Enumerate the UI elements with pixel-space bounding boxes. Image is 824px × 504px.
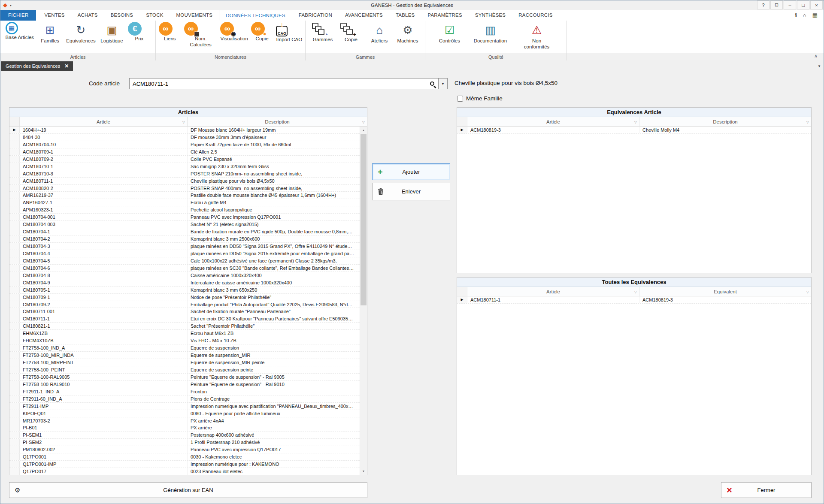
row-selector[interactable]	[9, 156, 20, 163]
table-row[interactable]: APM160323-1Pochette alcool Isopropylique	[9, 206, 360, 214]
row-selector[interactable]	[9, 453, 20, 460]
menu-tab-achats[interactable]: ACHATS	[71, 10, 104, 21]
row-selector[interactable]	[9, 417, 20, 424]
menu-tab-fabrication[interactable]: FABRICATION	[292, 10, 339, 21]
table-row[interactable]: Q17PO0010030 - Kakemono eletec	[9, 453, 360, 461]
row-selector[interactable]	[9, 352, 20, 359]
table-row[interactable]: CM180705-1Komaprint blanc 3 mm 650x250	[9, 287, 360, 294]
row-selector[interactable]	[9, 366, 20, 373]
row-selector[interactable]	[9, 243, 20, 250]
row-selector[interactable]	[9, 199, 20, 206]
close-button[interactable]: ×	[810, 0, 823, 9]
row-selector[interactable]	[9, 163, 20, 170]
column-header-article[interactable]: Article ▽	[20, 117, 188, 126]
table-row[interactable]: CM180711-001Sachet de fixation murale "P…	[9, 308, 360, 315]
copie-nomenclatures-button[interactable]: ∞●Copie	[251, 22, 273, 42]
row-selector[interactable]	[9, 221, 20, 228]
row-selector[interactable]	[9, 294, 20, 301]
menu-tab-besoins[interactable]: BESOINS	[104, 10, 140, 21]
table-row[interactable]: Q17PO0170023 Panneau ilot eletec	[9, 468, 360, 475]
table-row[interactable]: ACM180711-1Cheville plastique pour vis b…	[9, 178, 360, 185]
table-row[interactable]: FT2758-100-RAL9010Peinture "Equerre de s…	[9, 381, 360, 388]
home-icon[interactable]: ⌂	[803, 12, 806, 18]
filter-icon[interactable]: ▽	[182, 120, 185, 124]
row-selector[interactable]: ▶	[457, 296, 467, 303]
menu-tab-stock[interactable]: STOCK	[139, 10, 170, 21]
row-selector[interactable]	[9, 308, 20, 315]
row-selector[interactable]	[9, 235, 20, 242]
ajouter-button[interactable]: + Ajouter	[372, 163, 450, 180]
table-row[interactable]: CM180704-003Sachet N° 21 (eletec signa20…	[9, 221, 360, 228]
table-row[interactable]: CM180704-8Caisse américaine 1000x320x400	[9, 272, 360, 279]
column-header-description[interactable]: Description ▽	[188, 117, 367, 126]
filter-icon[interactable]: ▽	[634, 290, 637, 293]
table-row[interactable]: ACM180709-1Clé Allen 2,5	[9, 148, 360, 156]
row-selector[interactable]	[9, 178, 20, 184]
row-selector[interactable]	[9, 301, 20, 308]
column-header-article[interactable]: Article ▽	[467, 117, 639, 126]
row-selector[interactable]: ▶	[9, 127, 20, 133]
table-row[interactable]: ACM180704-10Papier Kraft 72gren laize de…	[9, 141, 360, 148]
table-row[interactable]: CM180704-1Bande de fixation murale en PV…	[9, 228, 360, 235]
table-row[interactable]: CM180704-3plaque rainées en DD50 "Signa …	[9, 243, 360, 250]
column-header-article[interactable]: Article ▽	[467, 287, 639, 296]
table-row[interactable]: FT2758-100_MIR_INDAEquerre de suspension…	[9, 352, 360, 359]
same-family-checkbox[interactable]	[457, 96, 463, 102]
table-row[interactable]: PI-SEM21 Profil Postersnap 210 adhésivé	[9, 439, 360, 446]
table-row[interactable]: ACM180709-2Colle PVC Expansé	[9, 156, 360, 163]
row-selector[interactable]	[9, 359, 20, 366]
row-selector[interactable]	[9, 185, 20, 192]
gammes-button[interactable]: ◔Gammes	[312, 22, 334, 43]
column-header-description[interactable]: Description ▽	[639, 117, 811, 126]
row-selector[interactable]	[9, 344, 20, 351]
row-selector[interactable]	[9, 170, 20, 177]
menu-tab-synth-ses[interactable]: SYNTHÈSES	[469, 10, 512, 21]
row-selector[interactable]	[9, 192, 20, 199]
table-row[interactable]: FT2758-100_MIRPEINTEquerre de suspension…	[9, 359, 360, 366]
grid-icon[interactable]: ▦	[812, 12, 818, 18]
nom-calculees-button[interactable]: ∞▦Nom. Calculées	[184, 22, 218, 48]
menu-tab-ventes[interactable]: VENTES	[38, 10, 71, 21]
menu-tab-avancements[interactable]: AVANCEMENTS	[339, 10, 389, 21]
table-row[interactable]: ▶1604H+-19DF Mousse blanc 1604H+ largeur…	[9, 127, 360, 134]
table-row[interactable]: CM180704-2Komaprint blanc 3 mm 2500x600	[9, 235, 360, 243]
table-row[interactable]: CM180704-5Cale 100x100x22 adhésivé une f…	[9, 257, 360, 265]
filter-icon[interactable]: ▽	[806, 290, 809, 293]
table-row[interactable]: PM180802-002Panneau PVC avec impression …	[9, 446, 360, 453]
table-row[interactable]: ▶ACM180711-1ACM180819-3	[457, 296, 811, 304]
menu-tab-mouvements[interactable]: MOUVEMENTS	[170, 10, 219, 21]
vertical-scrollbar[interactable]: ▲ ▼	[360, 127, 367, 475]
liens-button[interactable]: ∞Liens	[159, 22, 181, 42]
row-selector[interactable]	[9, 395, 20, 402]
scrollbar-thumb[interactable]	[360, 134, 367, 305]
copie-gammes-button[interactable]: +Copie	[340, 22, 362, 43]
tab-gestion-des-equivalences[interactable]: Gestion des Equivalences ✕	[1, 61, 73, 71]
table-row[interactable]: CM180709-2Emballage produit "Phila Autop…	[9, 301, 360, 308]
table-row[interactable]: EHM6X1ZBEcrou haut M6x1 ZB	[9, 330, 360, 337]
table-row[interactable]: CM180709-1Notice de pose "Présentoir Phi…	[9, 294, 360, 301]
menu-tab-param-tres[interactable]: PARAMÈTRES	[421, 10, 468, 21]
row-selector[interactable]	[9, 468, 20, 475]
table-row[interactable]: FT2911-60_IND_APions de Centrage	[9, 395, 360, 403]
familles-button[interactable]: ⊞Familles	[39, 22, 61, 44]
maximize-button[interactable]: □	[797, 0, 809, 9]
menu-tab-tables[interactable]: TABLES	[389, 10, 421, 21]
pin-button[interactable]: ⊡	[770, 0, 783, 9]
table-row[interactable]: ACM180710-1Sac minigrip 230 x 320mm ferm…	[9, 163, 360, 170]
scroll-down-icon[interactable]: ▼	[360, 468, 367, 475]
table-row[interactable]: FT2758-100_IND_AEquerre de suspension	[9, 344, 360, 352]
import-cao-button[interactable]: CAO↓Import CAO	[276, 22, 302, 43]
table-row[interactable]: MR170703-2PX arrière 4xA4	[9, 417, 360, 425]
table-row[interactable]: CM180704-6plaque rainées en SC30 "Bande …	[9, 265, 360, 272]
menu-tab-raccourcis[interactable]: RACCOURCIS	[512, 10, 559, 21]
row-selector[interactable]	[9, 265, 20, 272]
table-row[interactable]: FT2758-100_PEINTEquerre de suspension pe…	[9, 366, 360, 374]
row-selector[interactable]	[9, 287, 20, 293]
table-row[interactable]: CM180704-4plaque rainées en DD50 "Signa …	[9, 250, 360, 257]
tab-list-dropdown-icon[interactable]: ▼	[818, 64, 821, 68]
table-row[interactable]: PI-SEM1Postersnap 400x600 adhésivé	[9, 432, 360, 439]
enlever-button[interactable]: Enlever	[372, 183, 450, 200]
table-row[interactable]: FT2911-1_IND_AFronton	[9, 388, 360, 395]
row-selector[interactable]	[9, 410, 20, 417]
ateliers-button[interactable]: ⌂Ateliers	[368, 22, 391, 44]
